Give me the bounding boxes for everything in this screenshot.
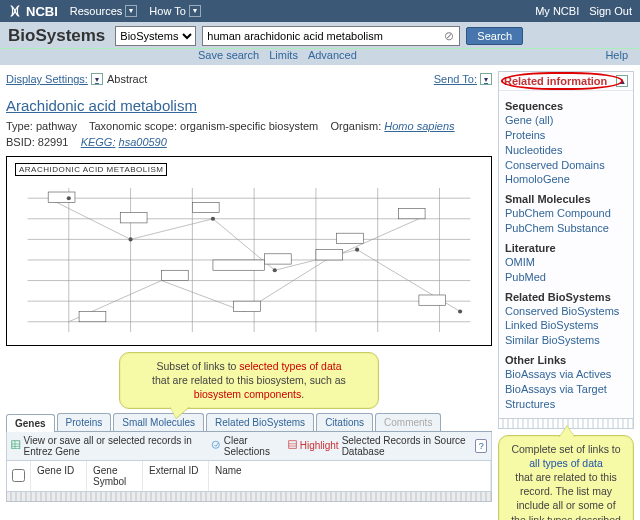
resources-menu[interactable]: Resources ▾ <box>70 5 138 17</box>
tab-small-molecules[interactable]: Small Molecules <box>113 413 204 431</box>
record-meta-line2: BSID: 82991 KEGG: hsa00590 <box>6 136 492 148</box>
save-search-link[interactable]: Save search <box>198 49 259 61</box>
chevron-down-icon: ▾ <box>480 73 492 85</box>
svg-rect-7 <box>161 270 188 280</box>
side-link-omim[interactable]: OMIM <box>505 255 627 270</box>
svg-rect-5 <box>419 295 446 305</box>
highlight-icon <box>288 440 297 452</box>
clear-search-icon[interactable]: ⊘ <box>442 29 456 43</box>
chevron-down-icon: ▾ <box>125 5 137 17</box>
related-info-header[interactable]: Related information ▴ <box>499 72 633 91</box>
svg-point-12 <box>67 196 71 200</box>
highlight-records[interactable]: Highlight Selected Records in Source Dat… <box>288 435 470 457</box>
my-ncbi-link[interactable]: My NCBI <box>535 5 579 17</box>
help-link[interactable]: Help <box>605 49 628 61</box>
side-link-similar-biosystems[interactable]: Similar BioSystems <box>505 333 627 348</box>
pathway-diagram[interactable]: ARACHIDONIC ACID METABOLISM <box>6 156 492 346</box>
svg-rect-11 <box>213 260 264 270</box>
tab-comments[interactable]: Comments <box>375 413 441 431</box>
collapse-icon[interactable]: ▴ <box>616 75 628 87</box>
callout-subset: Subset of links to selected types of dat… <box>119 352 379 409</box>
display-settings[interactable]: Display Settings: ▾ <box>6 73 103 85</box>
table-icon <box>11 440 21 452</box>
chevron-down-icon: ▾ <box>91 73 103 85</box>
howto-menu[interactable]: How To ▾ <box>149 5 200 17</box>
sign-out-link[interactable]: Sign Out <box>589 5 632 17</box>
search-bar: BioSystems BioSystems ⊘ Search <box>0 22 640 49</box>
svg-point-17 <box>458 309 462 313</box>
side-group-title: Sequences <box>505 100 627 112</box>
table-toolbar: View or save all or selected records in … <box>6 432 492 461</box>
related-information-panel: Related information ▴ SequencesGene (all… <box>498 71 634 419</box>
svg-rect-9 <box>316 250 343 260</box>
side-link-pubchem-substance[interactable]: PubChem Substance <box>505 221 627 236</box>
svg-point-13 <box>129 237 133 241</box>
side-link-bioassays-via-actives[interactable]: BioAssays via Actives <box>505 367 627 382</box>
side-link-conserved-domains[interactable]: Conserved Domains <box>505 158 627 173</box>
kegg-id-link[interactable]: hsa00590 <box>119 136 167 148</box>
side-link-nucleotides[interactable]: Nucleotides <box>505 143 627 158</box>
record-title[interactable]: Arachidonic acid metabolism <box>6 97 197 114</box>
help-tooltip-icon[interactable]: ? <box>475 439 487 453</box>
tab-related-biosystems[interactable]: Related BioSystems <box>206 413 314 431</box>
kegg-label-link[interactable]: KEGG: <box>81 136 116 148</box>
svg-rect-10 <box>398 208 425 218</box>
svg-rect-20 <box>288 440 296 448</box>
svg-rect-3 <box>264 254 291 264</box>
organism-link[interactable]: Homo sapiens <box>384 120 454 132</box>
record-meta-line1: Type: pathway Taxonomic scope: organism-… <box>6 120 492 132</box>
svg-rect-8 <box>234 301 261 311</box>
side-group-title: Related BioSystems <box>505 291 627 303</box>
side-link-linked-biosystems[interactable]: Linked BioSystems <box>505 318 627 333</box>
ncbi-logo-icon <box>8 4 22 18</box>
component-tabs: GenesProteinsSmall MoleculesRelated BioS… <box>6 413 492 432</box>
database-select[interactable]: BioSystems <box>115 26 196 46</box>
display-mode-label: Abstract <box>107 73 147 85</box>
tab-genes[interactable]: Genes <box>6 414 55 432</box>
col-gene-symbol[interactable]: Gene Symbol <box>87 461 143 491</box>
side-link-gene-all-[interactable]: Gene (all) <box>505 113 627 128</box>
col-gene-id[interactable]: Gene ID <box>31 461 87 491</box>
tab-citations[interactable]: Citations <box>316 413 373 431</box>
view-save-records[interactable]: View or save all or selected records in … <box>11 435 205 457</box>
global-header: NCBI Resources ▾ How To ▾ My NCBI Sign O… <box>0 0 640 22</box>
side-link-homologene[interactable]: HomoloGene <box>505 172 627 187</box>
search-sublinks: Save search Limits Advanced Help <box>0 49 640 65</box>
side-group-title: Small Molecules <box>505 193 627 205</box>
svg-point-19 <box>212 441 219 448</box>
ncbi-logo[interactable]: NCBI <box>8 4 58 19</box>
callout-complete: Complete set of links to all types of da… <box>498 435 634 520</box>
svg-point-15 <box>273 268 277 272</box>
side-group-title: Literature <box>505 242 627 254</box>
chevron-down-icon: ▾ <box>189 5 201 17</box>
side-link-pubchem-compound[interactable]: PubChem Compound <box>505 206 627 221</box>
svg-rect-4 <box>337 233 364 243</box>
svg-point-14 <box>211 217 215 221</box>
result-controls: Display Settings: ▾ Abstract Send To: ▾ <box>6 73 492 85</box>
svg-rect-6 <box>79 311 106 321</box>
diagram-title: ARACHIDONIC ACID METABOLISM <box>15 163 167 176</box>
side-link-bioassays-via-target[interactable]: BioAssays via Target <box>505 382 627 397</box>
side-link-pubmed[interactable]: PubMed <box>505 270 627 285</box>
tab-proteins[interactable]: Proteins <box>57 413 112 431</box>
side-link-structures[interactable]: Structures <box>505 397 627 412</box>
svg-rect-2 <box>192 202 219 212</box>
send-to[interactable]: Send To: ▾ <box>434 73 492 85</box>
side-link-proteins[interactable]: Proteins <box>505 128 627 143</box>
limits-link[interactable]: Limits <box>269 49 298 61</box>
side-group-title: Other Links <box>505 354 627 366</box>
svg-rect-1 <box>120 213 147 223</box>
database-brand: BioSystems <box>8 26 105 46</box>
svg-rect-0 <box>48 192 75 202</box>
advanced-link[interactable]: Advanced <box>308 49 357 61</box>
select-all-checkbox[interactable] <box>12 469 25 482</box>
side-link-conserved-biosystems[interactable]: Conserved BioSystems <box>505 304 627 319</box>
col-external-id[interactable]: External ID <box>143 461 209 491</box>
clear-selections[interactable]: Clear Selections <box>211 435 281 457</box>
search-input[interactable] <box>202 26 460 46</box>
torn-edge <box>6 492 492 502</box>
svg-point-16 <box>355 248 359 252</box>
col-name[interactable]: Name <box>209 461 491 491</box>
search-button[interactable]: Search <box>466 27 523 45</box>
svg-rect-18 <box>12 440 20 448</box>
